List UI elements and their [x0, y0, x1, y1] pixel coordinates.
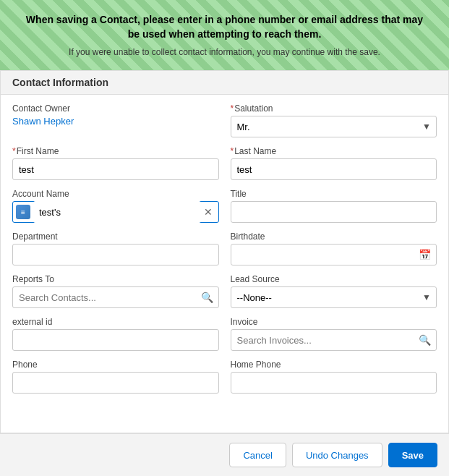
field-last-name: *Last Name	[231, 146, 437, 180]
reports-to-label: Reports To	[12, 274, 219, 284]
phone-input[interactable]	[12, 372, 219, 394]
field-external-id: external id	[12, 317, 219, 351]
lead-source-select[interactable]: --None-- Web Phone Inquiry Partner Refer…	[231, 286, 437, 308]
field-first-name: *First Name	[12, 146, 219, 180]
contact-owner-value[interactable]: Shawn Hepker	[12, 116, 219, 127]
birthdate-label: Birthdate	[231, 231, 437, 242]
salutation-required: *	[231, 103, 234, 114]
row-owner-salutation: Contact Owner Shawn Hepker *Salutation M…	[12, 103, 437, 137]
account-input-wrapper: ≡ ✕	[12, 201, 219, 223]
save-button[interactable]: Save	[388, 443, 437, 467]
department-input[interactable]	[12, 244, 219, 265]
warning-banner: When saving a Contact, please enter in a…	[0, 0, 449, 70]
title-label: Title	[231, 189, 437, 199]
home-phone-label: Home Phone	[231, 360, 437, 370]
department-label: Department	[12, 231, 219, 242]
field-birthdate: Birthdate 📅	[231, 231, 437, 265]
row-name: *First Name *Last Name	[12, 146, 437, 180]
warning-main-text: When saving a Contact, please enter in a…	[22, 13, 427, 41]
contact-owner-label: Contact Owner	[12, 103, 219, 114]
field-contact-owner: Contact Owner Shawn Hepker	[12, 103, 219, 137]
lead-source-wrapper: --None-- Web Phone Inquiry Partner Refer…	[231, 286, 437, 308]
warning-sub-text: If you were unable to collect contact in…	[22, 47, 427, 57]
field-department: Department	[12, 231, 219, 265]
reports-to-input[interactable]	[12, 286, 219, 308]
reports-to-wrapper: 🔍	[12, 286, 219, 308]
field-reports-to: Reports To 🔍	[12, 274, 219, 308]
main-content: Contact Information Contact Owner Shawn …	[0, 70, 449, 433]
invoice-wrapper: 🔍	[231, 329, 437, 351]
invoice-label: Invoice	[231, 317, 437, 327]
row-dept-birth: Department Birthdate 📅	[12, 231, 437, 265]
field-phone: Phone	[12, 360, 219, 394]
undo-changes-button[interactable]: Undo Changes	[292, 443, 382, 467]
footer: Cancel Undo Changes Save	[0, 433, 449, 476]
section-header: Contact Information	[1, 71, 448, 95]
row-reports-lead: Reports To 🔍 Lead Source --None-- Web Ph…	[12, 274, 437, 308]
last-name-input[interactable]	[231, 158, 437, 180]
row-phone: Phone Home Phone	[12, 360, 437, 394]
salutation-label: *Salutation	[231, 103, 437, 114]
row-account-title: Account Name ≡ ✕ Title	[12, 189, 437, 223]
home-phone-input[interactable]	[231, 372, 437, 394]
field-lead-source: Lead Source --None-- Web Phone Inquiry P…	[231, 274, 437, 308]
field-account-name: Account Name ≡ ✕	[12, 189, 219, 223]
birthdate-input[interactable]	[231, 244, 437, 265]
title-input[interactable]	[231, 201, 437, 223]
field-title: Title	[231, 189, 437, 223]
phone-label: Phone	[12, 360, 219, 370]
account-icon: ≡	[16, 205, 30, 219]
account-clear-button[interactable]: ✕	[201, 206, 215, 218]
field-invoice: Invoice 🔍	[231, 317, 437, 351]
account-name-label: Account Name	[12, 189, 219, 199]
external-id-label: external id	[12, 317, 219, 327]
birthdate-wrapper: 📅	[231, 244, 437, 265]
last-name-label: *Last Name	[231, 146, 437, 156]
first-name-label: *First Name	[12, 146, 219, 156]
salutation-select[interactable]: Mr. Ms. Mrs. Dr. Prof.	[231, 116, 437, 137]
row-external-invoice: external id Invoice 🔍	[12, 317, 437, 351]
account-name-input[interactable]	[33, 201, 201, 223]
external-id-input[interactable]	[12, 329, 219, 351]
cancel-button[interactable]: Cancel	[229, 443, 286, 467]
first-name-input[interactable]	[12, 158, 219, 180]
lead-source-label: Lead Source	[231, 274, 437, 284]
invoice-input[interactable]	[231, 329, 437, 351]
form-body: Contact Owner Shawn Hepker *Salutation M…	[1, 95, 448, 411]
field-salutation: *Salutation Mr. Ms. Mrs. Dr. Prof. ▼	[231, 103, 437, 137]
salutation-select-wrapper: Mr. Ms. Mrs. Dr. Prof. ▼	[231, 116, 437, 137]
field-home-phone: Home Phone	[231, 360, 437, 394]
